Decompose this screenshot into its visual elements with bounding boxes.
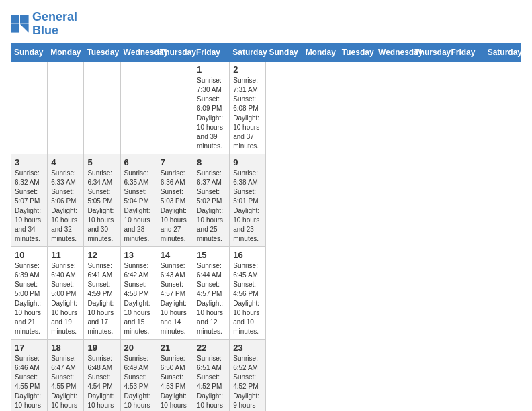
day-info: Sunrise: 6:45 AM Sunset: 4:56 PM Dayligh… (233, 261, 262, 336)
calendar-cell: 5Sunrise: 6:34 AM Sunset: 5:05 PM Daylig… (84, 154, 120, 246)
calendar-table: SundayMondayTuesdayWednesdayThursdayFrid… (11, 43, 521, 411)
calendar-cell (157, 61, 193, 154)
day-info: Sunrise: 6:49 AM Sunset: 4:53 PM Dayligh… (124, 354, 153, 411)
day-info: Sunrise: 6:40 AM Sunset: 5:00 PM Dayligh… (51, 261, 80, 336)
day-number: 21 (161, 342, 189, 353)
day-info: Sunrise: 6:42 AM Sunset: 4:58 PM Dayligh… (124, 261, 153, 336)
day-info: Sunrise: 6:32 AM Sunset: 5:07 PM Dayligh… (15, 169, 44, 244)
day-info: Sunrise: 7:31 AM Sunset: 6:08 PM Dayligh… (233, 76, 262, 151)
day-info: Sunrise: 6:38 AM Sunset: 5:01 PM Dayligh… (233, 169, 262, 244)
day-number: 15 (197, 250, 226, 260)
calendar-week-row: 17Sunrise: 6:46 AM Sunset: 4:55 PM Dayli… (11, 339, 521, 411)
calendar-cell: 2Sunrise: 7:31 AM Sunset: 6:08 PM Daylig… (230, 61, 266, 154)
calendar-cell: 1Sunrise: 7:30 AM Sunset: 6:09 PM Daylig… (193, 61, 230, 154)
weekday-header-cell: Tuesday (339, 43, 375, 61)
calendar-cell (11, 61, 48, 154)
day-info: Sunrise: 6:44 AM Sunset: 4:57 PM Dayligh… (197, 261, 226, 336)
day-info: Sunrise: 6:52 AM Sunset: 4:52 PM Dayligh… (233, 354, 262, 411)
weekday-header: Wednesday (120, 43, 157, 61)
calendar-cell: 18Sunrise: 6:47 AM Sunset: 4:55 PM Dayli… (48, 339, 84, 411)
day-number: 2 (233, 64, 262, 75)
calendar-cell: 4Sunrise: 6:33 AM Sunset: 5:06 PM Daylig… (48, 154, 84, 246)
day-number: 5 (87, 157, 116, 167)
svg-marker-3 (20, 24, 29, 33)
day-number: 1 (197, 64, 226, 75)
calendar-cell: 10Sunrise: 6:39 AM Sunset: 5:00 PM Dayli… (11, 246, 48, 339)
day-number: 8 (197, 157, 226, 167)
calendar-cell: 12Sunrise: 6:41 AM Sunset: 4:59 PM Dayli… (84, 246, 120, 339)
svg-rect-1 (20, 15, 29, 24)
day-number: 3 (15, 157, 44, 167)
weekday-header: Friday (193, 43, 230, 61)
calendar-cell (84, 61, 120, 154)
day-number: 13 (124, 250, 153, 260)
day-number: 17 (15, 342, 44, 353)
day-number: 6 (124, 157, 153, 167)
calendar-cell: 17Sunrise: 6:46 AM Sunset: 4:55 PM Dayli… (11, 339, 48, 411)
weekday-header-cell: Sunday (266, 43, 302, 61)
calendar-cell: 8Sunrise: 6:37 AM Sunset: 5:02 PM Daylig… (193, 154, 230, 246)
day-info: Sunrise: 6:43 AM Sunset: 4:57 PM Dayligh… (161, 261, 189, 336)
calendar-week-row: 3Sunrise: 6:32 AM Sunset: 5:07 PM Daylig… (11, 154, 521, 246)
day-info: Sunrise: 6:36 AM Sunset: 5:03 PM Dayligh… (161, 169, 189, 244)
calendar-cell: 23Sunrise: 6:52 AM Sunset: 4:52 PM Dayli… (230, 339, 266, 411)
calendar-cell: 11Sunrise: 6:40 AM Sunset: 5:00 PM Dayli… (48, 246, 84, 339)
day-number: 11 (51, 250, 80, 260)
day-number: 16 (233, 250, 262, 260)
day-number: 10 (15, 250, 44, 260)
calendar-cell: 20Sunrise: 6:49 AM Sunset: 4:53 PM Dayli… (120, 339, 157, 411)
weekday-header: Saturday (230, 43, 266, 61)
day-info: Sunrise: 6:47 AM Sunset: 4:55 PM Dayligh… (51, 354, 80, 411)
day-info: Sunrise: 7:30 AM Sunset: 6:09 PM Dayligh… (197, 76, 226, 151)
calendar-cell: 6Sunrise: 6:35 AM Sunset: 5:04 PM Daylig… (120, 154, 157, 246)
weekday-header-cell: Wednesday (375, 43, 412, 61)
calendar-cell: 22Sunrise: 6:51 AM Sunset: 4:52 PM Dayli… (193, 339, 230, 411)
day-info: Sunrise: 6:33 AM Sunset: 5:06 PM Dayligh… (51, 169, 80, 244)
svg-rect-0 (11, 15, 19, 24)
calendar-cell (48, 61, 84, 154)
header-row: SundayMondayTuesdayWednesdayThursdayFrid… (11, 43, 521, 61)
weekday-header: Sunday (11, 43, 48, 61)
day-info: Sunrise: 6:48 AM Sunset: 4:54 PM Dayligh… (87, 354, 116, 411)
calendar-week-row: 1Sunrise: 7:30 AM Sunset: 6:09 PM Daylig… (11, 61, 521, 154)
calendar-cell: 21Sunrise: 6:50 AM Sunset: 4:53 PM Dayli… (157, 339, 193, 411)
calendar-cell: 14Sunrise: 6:43 AM Sunset: 4:57 PM Dayli… (157, 246, 193, 339)
day-number: 14 (161, 250, 189, 260)
logo-icon (11, 15, 30, 34)
calendar-cell: 19Sunrise: 6:48 AM Sunset: 4:54 PM Dayli… (84, 339, 120, 411)
weekday-header-cell: Saturday (484, 43, 521, 61)
calendar-cell: 15Sunrise: 6:44 AM Sunset: 4:57 PM Dayli… (193, 246, 230, 339)
day-info: Sunrise: 6:51 AM Sunset: 4:52 PM Dayligh… (197, 354, 226, 411)
calendar-cell: 3Sunrise: 6:32 AM Sunset: 5:07 PM Daylig… (11, 154, 48, 246)
weekday-header-cell: Monday (302, 43, 339, 61)
day-info: Sunrise: 6:34 AM Sunset: 5:05 PM Dayligh… (87, 169, 116, 244)
day-info: Sunrise: 6:39 AM Sunset: 5:00 PM Dayligh… (15, 261, 44, 336)
calendar-cell (120, 61, 157, 154)
calendar-cell: 13Sunrise: 6:42 AM Sunset: 4:58 PM Dayli… (120, 246, 157, 339)
svg-rect-2 (11, 24, 19, 33)
weekday-header: Tuesday (84, 43, 120, 61)
day-info: Sunrise: 6:37 AM Sunset: 5:02 PM Dayligh… (197, 169, 226, 244)
weekday-header-cell: Thursday (412, 43, 448, 61)
day-info: Sunrise: 6:41 AM Sunset: 4:59 PM Dayligh… (87, 261, 116, 336)
logo: GeneralBlue (11, 11, 77, 38)
day-number: 18 (51, 342, 80, 353)
logo-text: GeneralBlue (32, 11, 77, 38)
day-number: 22 (197, 342, 226, 353)
weekday-header-cell: Friday (448, 43, 484, 61)
calendar-cell: 7Sunrise: 6:36 AM Sunset: 5:03 PM Daylig… (157, 154, 193, 246)
calendar-cell: 16Sunrise: 6:45 AM Sunset: 4:56 PM Dayli… (230, 246, 266, 339)
day-number: 23 (233, 342, 262, 353)
page-header: GeneralBlue (11, 11, 521, 38)
calendar-cell: 9Sunrise: 6:38 AM Sunset: 5:01 PM Daylig… (230, 154, 266, 246)
day-info: Sunrise: 6:50 AM Sunset: 4:53 PM Dayligh… (161, 354, 189, 411)
day-number: 9 (233, 157, 262, 167)
day-number: 19 (87, 342, 116, 353)
calendar-week-row: 10Sunrise: 6:39 AM Sunset: 5:00 PM Dayli… (11, 246, 521, 339)
day-info: Sunrise: 6:46 AM Sunset: 4:55 PM Dayligh… (15, 354, 44, 411)
day-number: 20 (124, 342, 153, 353)
day-number: 12 (87, 250, 116, 260)
day-number: 7 (161, 157, 189, 167)
weekday-header: Thursday (157, 43, 193, 61)
weekday-header: Monday (48, 43, 84, 61)
